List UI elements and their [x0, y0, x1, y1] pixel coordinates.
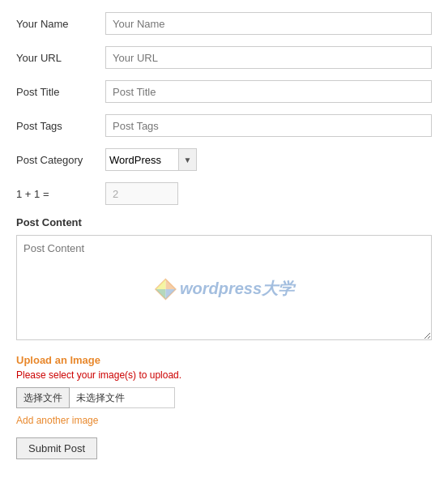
- math-input[interactable]: [105, 182, 178, 205]
- submit-post-button[interactable]: Submit Post: [16, 437, 97, 459]
- post-tags-label: Post Tags: [16, 120, 105, 132]
- your-name-label: Your Name: [16, 18, 105, 30]
- post-content-textarea[interactable]: [16, 235, 432, 340]
- file-choose-button[interactable]: 选择文件: [16, 387, 70, 408]
- post-tags-row: Post Tags: [16, 114, 432, 137]
- post-category-select[interactable]: WordPress: [105, 148, 179, 171]
- post-category-label: Post Category: [16, 154, 105, 166]
- file-input-wrapper: 选择文件 未选择文件: [16, 387, 432, 408]
- post-title-input[interactable]: [105, 80, 432, 103]
- math-row: 1 + 1 =: [16, 182, 432, 205]
- upload-subtitle: Please select your image(s) to upload.: [16, 369, 432, 381]
- math-label: 1 + 1 =: [16, 188, 105, 200]
- upload-section: Upload an Image Please select your image…: [16, 354, 432, 426]
- post-title-row: Post Title: [16, 80, 432, 103]
- add-another-image-link[interactable]: Add another image: [16, 415, 432, 426]
- your-url-label: Your URL: [16, 52, 105, 64]
- post-content-container: wordpress大学: [16, 235, 432, 343]
- your-name-input[interactable]: [105, 12, 432, 35]
- your-url-input[interactable]: [105, 46, 432, 69]
- post-content-section-title: Post Content: [16, 216, 432, 228]
- upload-title: Upload an Image: [16, 354, 432, 366]
- post-category-row: Post Category WordPress ▼: [16, 148, 432, 171]
- your-name-row: Your Name: [16, 12, 432, 35]
- post-tags-input[interactable]: [105, 114, 432, 137]
- your-url-row: Your URL: [16, 46, 432, 69]
- post-title-label: Post Title: [16, 86, 105, 98]
- file-no-file-text: 未选择文件: [70, 387, 175, 408]
- select-arrow-icon[interactable]: ▼: [179, 148, 197, 171]
- post-category-select-wrapper: WordPress ▼: [105, 148, 197, 171]
